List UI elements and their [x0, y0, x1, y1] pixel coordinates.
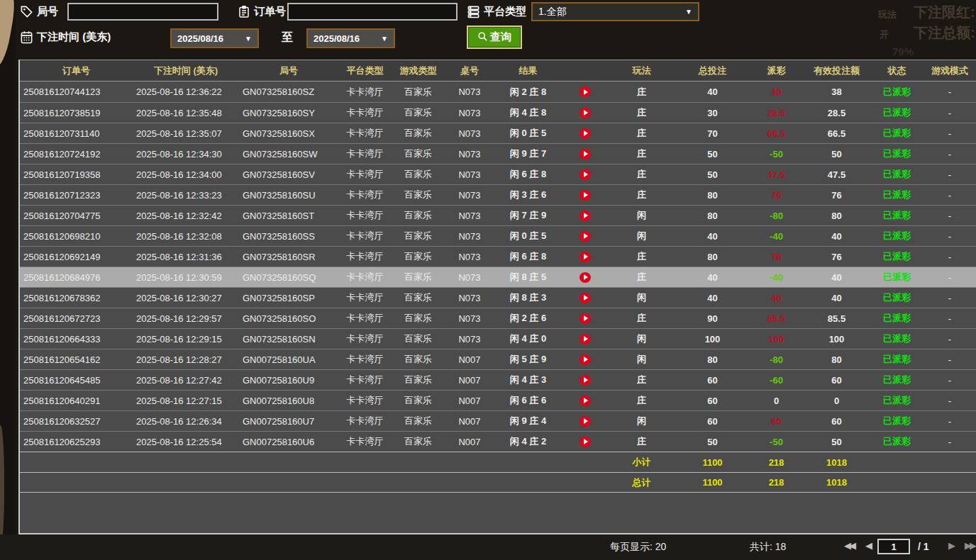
- cell-bet-time: 2025-08-16 12:25:54: [133, 437, 239, 447]
- table-row[interactable]: 250816120684976 2025-08-16 12:30:59 GN07…: [20, 267, 976, 287]
- replay-play-button[interactable]: [580, 396, 591, 406]
- round-number-label: 局号: [37, 5, 58, 18]
- prev-page-button[interactable]: ◀: [865, 540, 870, 551]
- cell-round-number: GN007258160U7: [239, 416, 338, 427]
- replay-play-button[interactable]: [580, 149, 591, 159]
- cell-round-number: GN073258160SU: [239, 190, 338, 201]
- cell-status: 已派彩: [870, 86, 924, 99]
- cell-valid-bet: 76: [803, 252, 870, 262]
- cell-status: 已派彩: [870, 394, 924, 407]
- cell-game-type: 百家乐: [392, 312, 445, 325]
- replay-play-button[interactable]: [580, 169, 591, 180]
- next-page-button[interactable]: ▶: [948, 540, 953, 551]
- table-row[interactable]: 250816120724192 2025-08-16 12:34:30 GN07…: [20, 143, 976, 164]
- order-number-input[interactable]: [287, 3, 458, 21]
- cell-game-type: 百家乐: [392, 147, 445, 160]
- table-row[interactable]: 250816120712323 2025-08-16 12:33:23 GN07…: [20, 184, 976, 205]
- cell-game-type: 百家乐: [392, 332, 445, 345]
- cell-order-number: 250816120744123: [20, 86, 133, 97]
- table-header-row: 订单号 下注时间 (美东) 局号 平台类型 游戏类型 桌号 结果 玩法 总投注 …: [20, 60, 976, 82]
- last-page-button[interactable]: ▶▶: [965, 540, 975, 551]
- cell-result: 闲 6 庄 6: [494, 394, 562, 407]
- table-row[interactable]: 250816120698210 2025-08-16 12:32:08 GN07…: [20, 225, 976, 246]
- cell-game-mode: -: [924, 86, 976, 97]
- cell-bet-time: 2025-08-16 12:34:00: [133, 169, 239, 180]
- table-row[interactable]: 250816120645485 2025-08-16 12:27:42 GN00…: [20, 369, 976, 390]
- table-row[interactable]: 250816120672723 2025-08-16 12:29:57 GN07…: [20, 308, 976, 328]
- table-row[interactable]: 250816120731140 2025-08-16 12:35:07 GN07…: [20, 123, 976, 143]
- cell-play-method: 闲: [608, 415, 675, 427]
- replay-play-button[interactable]: [580, 272, 591, 283]
- date-to-select[interactable]: 2025/08/16 ▼: [306, 28, 395, 48]
- first-page-button[interactable]: ◀◀: [844, 540, 854, 551]
- replay-play-button[interactable]: [580, 190, 591, 201]
- replay-play-button[interactable]: [580, 252, 591, 262]
- page-total-label: / 1: [918, 541, 929, 552]
- replay-play-button[interactable]: [580, 375, 591, 386]
- cell-play-method: 庄: [608, 106, 675, 119]
- cell-game-type: 百家乐: [392, 127, 445, 140]
- cell-platform-type: 卡卡湾厅: [338, 147, 392, 160]
- cell-play-method: 闲: [608, 291, 675, 304]
- replay-play-button[interactable]: [580, 86, 591, 97]
- cell-round-number: GN007258160U8: [239, 396, 338, 406]
- header-bet-time: 下注时间 (美东): [133, 65, 239, 77]
- replay-play-button[interactable]: [580, 128, 591, 139]
- cell-total-bet: 50: [675, 437, 750, 447]
- query-button[interactable]: 查询: [468, 27, 521, 47]
- cell-payout: 38: [750, 86, 803, 97]
- cell-platform-type: 卡卡湾厅: [338, 353, 392, 366]
- date-from-select[interactable]: 2025/08/16 ▼: [170, 28, 259, 48]
- table-row[interactable]: 250816120640291 2025-08-16 12:27:15 GN00…: [20, 390, 976, 410]
- table-row[interactable]: 250816120744123 2025-08-16 12:36:22 GN07…: [20, 82, 976, 102]
- cell-game-type: 百家乐: [392, 106, 445, 119]
- table-row[interactable]: 250816120632527 2025-08-16 12:26:34 GN00…: [20, 410, 976, 431]
- cell-game-mode: -: [924, 169, 976, 180]
- cell-status: 已派彩: [870, 250, 924, 263]
- cell-total-bet: 60: [675, 375, 750, 386]
- replay-play-button[interactable]: [580, 313, 591, 324]
- grand-total-valid-bet: 1018: [803, 477, 870, 488]
- header-order-number: 订单号: [20, 65, 133, 77]
- table-row[interactable]: 250816120664333 2025-08-16 12:29:15 GN07…: [20, 328, 976, 349]
- order-number-label-group: 订单号: [238, 5, 286, 18]
- table-row[interactable]: 250816120654162 2025-08-16 12:28:27 GN00…: [20, 349, 976, 369]
- cell-result: 闲 3 庄 6: [494, 189, 562, 201]
- cell-game-mode: -: [924, 211, 976, 221]
- cell-order-number: 250816120672723: [20, 313, 133, 324]
- cell-game-mode: -: [924, 190, 976, 201]
- cell-platform-type: 卡卡湾厅: [338, 394, 392, 407]
- replay-play-button[interactable]: [580, 211, 591, 221]
- cell-payout: 85.5: [750, 313, 803, 324]
- cell-valid-bet: 38: [803, 86, 870, 97]
- platform-type-select[interactable]: 1.全部 ▼: [531, 2, 699, 21]
- replay-play-button[interactable]: [580, 334, 591, 345]
- page-number-input[interactable]: [877, 539, 910, 554]
- cell-result: 闲 4 庄 2: [494, 435, 562, 448]
- round-number-input[interactable]: [67, 3, 218, 21]
- chevron-down-icon: ▼: [685, 8, 692, 16]
- table-row[interactable]: 250816120738519 2025-08-16 12:35:48 GN07…: [20, 102, 976, 123]
- cell-status: 已派彩: [870, 291, 924, 304]
- cell-total-bet: 50: [675, 149, 750, 159]
- cell-round-number: GN073258160SX: [239, 128, 338, 139]
- server-list-icon: [467, 5, 480, 18]
- cell-game-type: 百家乐: [392, 271, 445, 284]
- table-row[interactable]: 250816120692149 2025-08-16 12:31:36 GN07…: [20, 246, 976, 267]
- table-row[interactable]: 250816120704775 2025-08-16 12:32:42 GN07…: [20, 205, 976, 225]
- replay-play-button[interactable]: [580, 108, 591, 118]
- table-row[interactable]: 250816120625293 2025-08-16 12:25:54 GN00…: [20, 431, 976, 452]
- replay-play-button[interactable]: [580, 437, 591, 447]
- replay-play-button[interactable]: [580, 293, 591, 303]
- cell-total-bet: 40: [675, 86, 750, 97]
- cell-round-number: GN073258160ST: [239, 211, 338, 221]
- cell-platform-type: 卡卡湾厅: [338, 230, 392, 242]
- header-result: 结果: [494, 65, 562, 77]
- replay-play-button[interactable]: [580, 354, 591, 365]
- cell-valid-bet: 40: [803, 293, 870, 303]
- replay-play-button[interactable]: [580, 416, 591, 427]
- table-row[interactable]: 250816120678362 2025-08-16 12:30:27 GN07…: [20, 287, 976, 308]
- table-row[interactable]: 250816120719358 2025-08-16 12:34:00 GN07…: [20, 164, 976, 184]
- cell-platform-type: 卡卡湾厅: [338, 189, 392, 201]
- replay-play-button[interactable]: [580, 231, 591, 242]
